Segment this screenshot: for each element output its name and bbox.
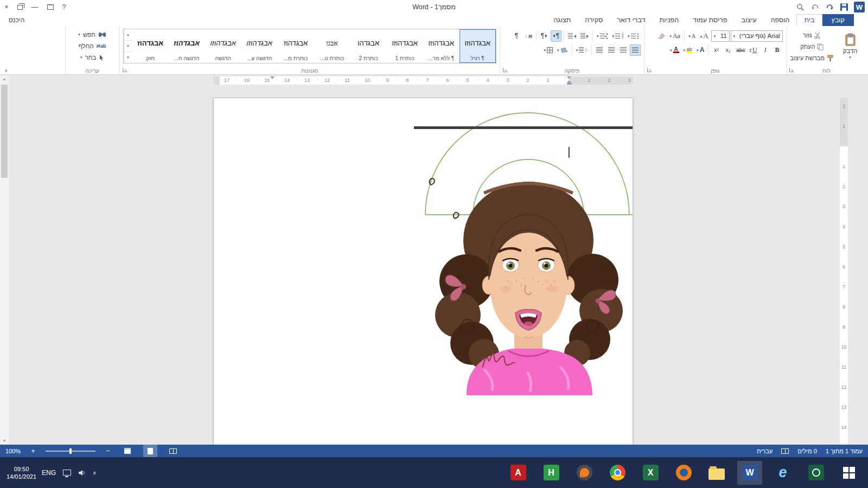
shading-button[interactable]: ▾	[556, 44, 570, 56]
borders-button[interactable]: ▾	[542, 44, 555, 56]
tab-file[interactable]: קובץ	[822, 14, 854, 26]
underline-button[interactable]: U▾	[748, 44, 758, 56]
style-item-title[interactable]: אבגז כותרת ט...	[314, 29, 350, 63]
proofing-status-icon[interactable]	[781, 448, 789, 454]
taskbar-excel[interactable]: X	[638, 461, 663, 485]
tab-references[interactable]: הפניות	[653, 14, 686, 26]
horizontal-ruler[interactable]: 1716151413121110987654321123············…	[213, 76, 633, 85]
show-hidden-icons-button[interactable]: ∧	[93, 470, 97, 476]
justify-button[interactable]	[594, 44, 605, 56]
font-dialog-launcher[interactable]	[647, 68, 652, 72]
gallery-more-button[interactable]: ▾	[124, 52, 132, 63]
tab-page-layout[interactable]: פריסת עמוד	[686, 14, 735, 26]
align-left-button[interactable]	[606, 44, 617, 56]
zoom-in-button[interactable]: +	[29, 447, 37, 455]
web-layout-button[interactable]	[120, 445, 135, 457]
sign-in-link[interactable]: היכנס	[9, 14, 24, 26]
zoom-out-button[interactable]: −	[104, 447, 112, 455]
styles-dialog-launcher[interactable]	[123, 68, 127, 72]
collapse-ribbon-button[interactable]: ∧	[4, 68, 8, 73]
zoom-level[interactable]: 100%	[5, 448, 21, 454]
taskbar-orange-app[interactable]	[572, 461, 597, 485]
numbering-button[interactable]: ▾	[611, 30, 626, 42]
align-right-button[interactable]	[630, 44, 641, 56]
taskbar-snapshot-app[interactable]: H	[539, 461, 564, 485]
tab-view[interactable]: תצוגה	[546, 14, 578, 26]
taskbar-clock[interactable]: 09:50 14/01/2021	[7, 465, 36, 480]
clear-formatting-button[interactable]	[656, 30, 667, 42]
indent-marker-secondary[interactable]	[270, 76, 275, 79]
style-item-normal[interactable]: אבגדהוזו ¶ רגיל	[459, 29, 496, 63]
format-painter-button[interactable]: מברשת עיצוב	[790, 53, 834, 63]
input-language-indicator[interactable]: ENG	[42, 469, 56, 477]
taskbar-word[interactable]: W	[737, 461, 762, 485]
taskbar-firefox[interactable]	[671, 461, 696, 485]
taskbar-internet-explorer[interactable]: e	[770, 461, 795, 485]
rtl-text-direction-button[interactable]: ¶	[551, 30, 561, 42]
print-layout-button[interactable]	[143, 445, 157, 457]
tab-review[interactable]: סקירה	[578, 14, 610, 26]
style-item-emphasis[interactable]: אבגדהוזו הדגשה	[205, 29, 241, 63]
print-preview-button[interactable]	[795, 2, 805, 12]
scroll-up-button[interactable]: ▴	[0, 75, 9, 83]
network-icon[interactable]	[63, 470, 71, 476]
style-item-no-spacing[interactable]: אבגדהוזו ¶ ללא מר...	[423, 29, 459, 63]
increase-indent-button[interactable]	[566, 30, 578, 42]
font-color-button[interactable]: A ▾	[668, 44, 681, 56]
word-count[interactable]: 0 מילים	[797, 448, 817, 454]
style-item-strong[interactable]: אבגדהוז חזק	[132, 29, 169, 63]
ltr-text-direction-button[interactable]: ¶	[539, 30, 550, 42]
subscript-button[interactable]: x₂	[723, 44, 733, 56]
decrease-indent-button[interactable]	[579, 30, 590, 42]
style-item-intense-emphasis[interactable]: אבגדהוז הדגשה ח...	[169, 29, 205, 63]
taskbar-green-app[interactable]	[803, 461, 828, 485]
zoom-slider[interactable]	[46, 451, 95, 452]
sort-button[interactable]: א↓	[523, 30, 534, 42]
girl-illustration[interactable]	[435, 182, 623, 395]
select-button[interactable]: בחר ▾	[69, 52, 116, 63]
grow-font-button[interactable]: A▴	[699, 30, 710, 42]
first-line-indent-marker[interactable]	[567, 76, 571, 79]
save-button[interactable]	[839, 2, 849, 12]
font-size-combo[interactable]: 11 ▾	[711, 30, 730, 42]
language-indicator[interactable]: עברית	[757, 448, 773, 454]
taskbar-adobe-reader[interactable]: A	[506, 461, 531, 485]
gallery-scroll-down-button[interactable]: ▾	[124, 41, 132, 52]
page-indicator[interactable]: עמוד 1 מתוך 1	[826, 448, 863, 454]
undo-button[interactable]	[810, 2, 820, 12]
style-item-heading2[interactable]: אבגדהו כותרת 2	[350, 29, 387, 63]
start-button[interactable]	[837, 461, 861, 485]
strikethrough-button[interactable]: abc	[735, 44, 746, 56]
style-item-subtitle[interactable]: אבגדהוז כותרת מ...	[278, 29, 314, 63]
style-item-heading1[interactable]: אבגדהוזו כותרת 1	[387, 29, 423, 63]
paragraph-dialog-launcher[interactable]	[503, 68, 507, 72]
font-family-combo[interactable]: Arial (גוף עברי) ▾	[731, 30, 783, 42]
tab-insert[interactable]: הוספה	[764, 14, 797, 26]
show-paragraph-marks-button[interactable]: ¶	[511, 30, 522, 42]
superscript-button[interactable]: x²	[711, 44, 722, 56]
gallery-scroll-up-button[interactable]: ▴	[124, 29, 132, 41]
tab-mailings[interactable]: דברי דואר	[610, 14, 652, 26]
clipboard-dialog-launcher[interactable]	[789, 68, 794, 72]
horizontal-line-shape[interactable]	[414, 126, 633, 129]
tab-design[interactable]: עיצוב	[735, 14, 764, 26]
bold-button[interactable]: B	[772, 44, 783, 56]
volume-icon[interactable]	[78, 470, 86, 476]
cut-button[interactable]: גזור	[790, 30, 834, 41]
copy-button[interactable]: העתק	[790, 41, 834, 52]
style-item-subtle-emphasis[interactable]: אבגדהוזו הדגשה ע...	[241, 29, 278, 63]
replace-button[interactable]: ab⇄ החלף	[69, 40, 116, 52]
multilevel-list-button[interactable]: ▾	[595, 30, 610, 42]
italic-button[interactable]: I	[760, 44, 771, 56]
read-mode-button[interactable]	[166, 445, 180, 457]
align-center-button[interactable]	[618, 44, 629, 56]
bullets-button[interactable]: ▾	[626, 30, 641, 42]
line-spacing-button[interactable]: ↕▾	[575, 44, 589, 56]
tab-home[interactable]: בית	[796, 14, 822, 26]
find-button[interactable]: חפש ▾	[69, 29, 116, 40]
text-effects-button[interactable]: A▾	[695, 44, 706, 56]
highlight-color-button[interactable]: ab ▾	[682, 44, 694, 56]
redo-button[interactable]	[825, 2, 834, 12]
paste-button[interactable]: הדבק ▾	[837, 29, 863, 63]
taskbar-file-explorer[interactable]	[704, 461, 729, 485]
